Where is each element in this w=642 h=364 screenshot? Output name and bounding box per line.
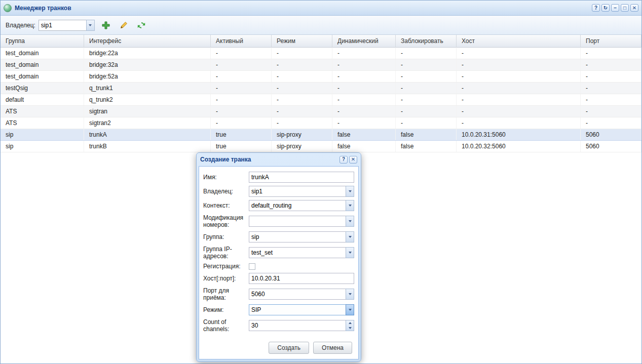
table-cell: ATS [1, 117, 84, 129]
listen-port-input[interactable] [249, 289, 346, 300]
column-header[interactable]: Активный [211, 35, 272, 48]
form-row: Контекст: [203, 200, 354, 211]
name-input[interactable] [249, 172, 354, 183]
number-modification-input-wrap [249, 216, 354, 227]
dialog-titlebar[interactable]: Создание транка ? ✕ [199, 153, 359, 166]
dialog-footer: СоздатьОтмена [203, 336, 354, 355]
dialog-close-button[interactable]: ✕ [349, 156, 357, 164]
owner-combo-dropdown-trigger[interactable] [86, 20, 95, 31]
group-dropdown-trigger[interactable] [346, 231, 354, 242]
edit-trunk-button[interactable] [117, 19, 130, 32]
group-input[interactable] [249, 231, 346, 242]
table-cell: trunkA [84, 129, 211, 140]
table-row[interactable]: testQsigq_trunk1------ [1, 83, 641, 94]
mode-field [249, 304, 354, 315]
number-modification-dropdown-trigger[interactable] [346, 216, 354, 227]
create-button[interactable]: Создать [269, 342, 309, 354]
channels-count-input[interactable] [249, 320, 346, 331]
mode-input-wrap [249, 304, 354, 315]
mode-label: Режим: [203, 306, 249, 313]
context-input-wrap [249, 200, 354, 211]
name-input-wrap [249, 172, 354, 183]
maximize-button[interactable]: □ [621, 4, 629, 12]
context-dropdown-trigger[interactable] [346, 200, 354, 211]
owner-combo-input[interactable] [39, 20, 87, 31]
table-cell: - [581, 71, 641, 82]
chevron-down-icon [349, 205, 352, 207]
registration-field [249, 263, 354, 270]
host-port-field [249, 273, 354, 284]
listen-port-dropdown-trigger[interactable] [346, 289, 354, 300]
table-cell: q_trunk2 [84, 94, 211, 105]
channels-count-spinner[interactable] [346, 320, 354, 331]
ip-group-dropdown-trigger[interactable] [346, 247, 354, 258]
column-header[interactable]: Интерфейс [84, 35, 211, 48]
close-button[interactable]: ✕ [630, 4, 638, 12]
dialog-help-button[interactable]: ? [339, 156, 348, 164]
create-trunk-dialog: Создание транка ? ✕ Имя:Владелец:Контекс… [196, 152, 361, 362]
table-cell: false [396, 141, 457, 152]
minimize-button[interactable]: – [611, 4, 619, 12]
table-row[interactable]: defaultq_trunk2------ [1, 94, 641, 106]
number-modification-input[interactable] [249, 216, 346, 227]
table-row[interactable]: siptrunkAtruesip-proxyfalsefalse10.0.20.… [1, 129, 641, 141]
registration-label: Регистрация: [203, 263, 249, 270]
table-cell: test_domain [1, 71, 84, 82]
table-cell: true [211, 129, 272, 140]
table-cell: - [457, 48, 581, 59]
table-cell: - [211, 59, 272, 70]
listen-port-label: Порт для приёма: [203, 287, 249, 301]
registration-checkbox[interactable] [249, 263, 255, 270]
table-row[interactable]: test_domainbridge:52a------ [1, 71, 641, 83]
spinner-down-icon [349, 327, 352, 329]
table-row[interactable]: test_domainbridge:22a------ [1, 48, 641, 59]
table-cell: - [396, 59, 457, 70]
mode-dropdown-trigger[interactable] [346, 304, 354, 315]
listen-port-field [249, 289, 354, 300]
table-row[interactable]: siptrunkBtruesip-proxyfalsefalse10.0.20.… [1, 141, 641, 152]
chevron-down-icon [349, 236, 352, 238]
chevron-down-icon [349, 252, 352, 254]
table-cell: sip [1, 141, 84, 152]
column-header[interactable]: Хост [457, 35, 581, 48]
add-trunk-button[interactable] [99, 19, 112, 32]
ip-group-input-wrap [249, 247, 354, 258]
column-header[interactable]: Режим [272, 35, 332, 48]
table-row[interactable]: ATSsigtran------ [1, 106, 641, 117]
owner-input[interactable] [249, 186, 346, 197]
table-cell: trunkB [84, 141, 211, 152]
table-row[interactable]: ATSsigtran2------ [1, 117, 641, 129]
cancel-button[interactable]: Отмена [313, 342, 352, 354]
column-header[interactable]: Группа [1, 35, 84, 48]
context-field [249, 200, 354, 211]
column-header[interactable]: Порт [581, 35, 641, 48]
column-header[interactable]: Динамический [332, 35, 396, 48]
table-cell: - [396, 94, 457, 105]
owner-dropdown-trigger[interactable] [346, 186, 354, 197]
dialog-form: Имя:Владелец:Контекст:Модификация номеро… [203, 172, 354, 333]
table-cell: - [332, 71, 396, 82]
table-cell: - [332, 59, 396, 70]
refresh-list-button[interactable] [135, 19, 148, 32]
host-port-input[interactable] [249, 273, 354, 284]
table-cell: - [272, 59, 332, 70]
context-input[interactable] [249, 200, 346, 211]
column-header[interactable]: Заблокировать [396, 35, 457, 48]
table-cell: - [396, 83, 457, 94]
table-row[interactable]: test_domainbridge:32a------ [1, 59, 641, 71]
channels-count-label: Count of channels: [203, 318, 249, 333]
ip-group-input[interactable] [249, 247, 346, 258]
window-titlebar[interactable]: Менеджер транков ? ↻ – □ ✕ [1, 1, 641, 16]
table-cell: - [332, 83, 396, 94]
help-button[interactable]: ? [592, 4, 600, 12]
owner-combo[interactable] [39, 20, 95, 31]
grid-body: test_domainbridge:22a------test_domainbr… [1, 48, 641, 152]
table-cell: - [272, 94, 332, 105]
table-cell: bridge:32a [84, 59, 211, 70]
mode-input[interactable] [249, 304, 346, 315]
refresh-window-button[interactable]: ↻ [601, 4, 610, 12]
chevron-down-icon [349, 220, 352, 222]
table-cell: test_domain [1, 48, 84, 59]
host-port-input-wrap [249, 273, 354, 284]
form-row: Имя: [203, 172, 354, 183]
